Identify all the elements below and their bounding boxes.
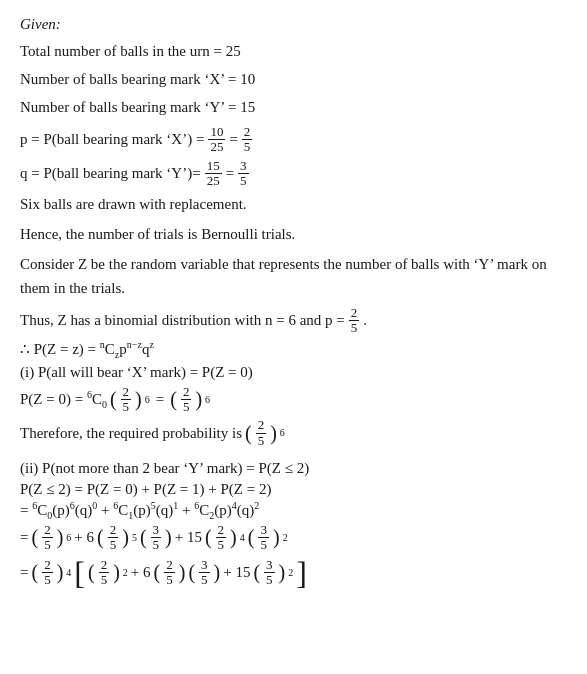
p-fraction2: 2 5 xyxy=(242,125,253,155)
given-label: Given: xyxy=(20,16,567,33)
therefore-req: Therefore, the required probability is (… xyxy=(20,418,567,448)
thus-fraction: 2 5 xyxy=(349,306,360,336)
pz2-eq2: = 6C0(p)6(q)0 + 6C1(p)5(q)1 + 6C2(p)4(q)… xyxy=(20,502,567,519)
pz0-equation: P(Z = 0) = 6C0 ( 2 5 ) 6 = ( 2 5 ) 6 xyxy=(20,385,567,415)
bernoulli: Hence, the number of trials is Bernoulli… xyxy=(20,222,567,246)
q-equation: q = P(ball bearing mark ‘Y’)= 15 25 = 3 … xyxy=(20,159,567,189)
pz-formula: ∴ P(Z = z) = nCzpn−zqz xyxy=(20,340,567,358)
part-ii-label: (ii) P(not more than 2 bear ‘Y’ mark) = … xyxy=(20,460,567,477)
p-label: p = P(ball bearing mark ‘X’) = xyxy=(20,131,204,148)
pz2-expand: P(Z ≤ 2) = P(Z = 0) + P(Z = 1) + P(Z = 2… xyxy=(20,481,567,498)
q-fraction2: 3 5 xyxy=(238,159,249,189)
consider: Consider Z be the random variable that r… xyxy=(20,252,567,300)
line-total: Total number of balls in the urn = 25 Nu… xyxy=(20,39,567,119)
p-equation: p = P(ball bearing mark ‘X’) = 10 25 = 2… xyxy=(20,125,567,155)
q-label: q = P(ball bearing mark ‘Y’)= xyxy=(20,165,201,182)
p-fraction: 10 25 xyxy=(208,125,225,155)
pz2-eq3: = ( 25 ) 6 + 6 ( 25 ) 5 ( 35 ) + 15 ( 25… xyxy=(20,523,567,553)
part-i-label: (i) P(all will bear ‘X’ mark) = P(Z = 0) xyxy=(20,364,567,381)
q-fraction: 15 25 xyxy=(205,159,222,189)
six-balls: Six balls are drawn with replacement. xyxy=(20,192,567,216)
thus-line: Thus, Z has a binomial distribution with… xyxy=(20,306,567,336)
pz2-eq4: = ( 25 ) 4 [ ( 25 ) 2 + 6 ( 25 ) ( 35 ) … xyxy=(20,557,567,589)
